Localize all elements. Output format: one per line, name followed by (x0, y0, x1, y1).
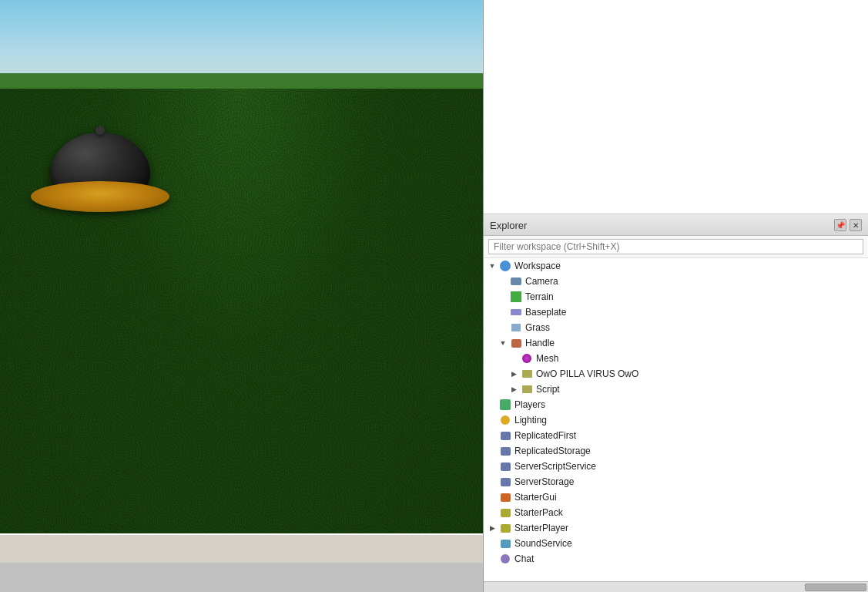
pin-button[interactable]: 📌 (834, 219, 846, 231)
handle-arrow[interactable] (498, 338, 508, 348)
scrollbar-thumb[interactable] (805, 584, 866, 591)
tree-item-serverscriptservice[interactable]: ServerScriptService (484, 459, 868, 474)
soundservice-label: SoundService (514, 538, 572, 549)
explorer-header: Explorer 📌 ✕ (484, 214, 868, 236)
grass-icon (510, 321, 522, 334)
tree-item-script[interactable]: Script (484, 382, 868, 397)
starterplayer-label: StarterPlayer (514, 523, 568, 533)
owo-icon (521, 368, 533, 380)
players-label: Players (514, 399, 545, 410)
tree-item-terrain[interactable]: Terrain (484, 289, 868, 304)
starterplayer-arrow[interactable] (487, 523, 498, 533)
tree-item-startergui[interactable]: StarterGui (484, 489, 868, 505)
hat-object (23, 131, 177, 224)
handle-icon (510, 337, 522, 349)
tree-item-serverstorage[interactable]: ServerStorage (484, 474, 868, 489)
startergui-icon (499, 491, 511, 503)
players-icon (499, 399, 511, 411)
tree-item-mesh[interactable]: Mesh (484, 351, 868, 366)
script-icon (521, 383, 533, 395)
replicatedfirst-label: ReplicatedFirst (514, 430, 576, 441)
properties-area (484, 0, 868, 214)
baseplate-label: Baseplate (525, 307, 566, 318)
script-arrow[interactable] (508, 384, 519, 395)
explorer-panel: Explorer 📌 ✕ Workspace (484, 214, 868, 592)
chat-label: Chat (514, 553, 534, 564)
serverstorage-icon (499, 476, 511, 488)
filter-bar (484, 236, 868, 258)
replicatedfirst-icon (499, 429, 511, 442)
main-container: Explorer 📌 ✕ Workspace (0, 0, 868, 592)
camera-label: Camera (525, 276, 558, 287)
replicatedstorage-label: ReplicatedStorage (514, 446, 591, 456)
horizontal-scrollbar[interactable] (484, 581, 868, 592)
sky (0, 0, 483, 85)
chat-icon (499, 553, 511, 565)
explorer-title: Explorer (490, 220, 527, 231)
filter-input[interactable] (488, 239, 863, 254)
tree-item-baseplate[interactable]: Baseplate (484, 304, 868, 320)
tree-item-replicated-storage[interactable]: ReplicatedStorage (484, 443, 868, 459)
workspace-icon (499, 260, 511, 272)
tree-item-handle[interactable]: Handle (484, 335, 868, 351)
workspace-arrow[interactable] (487, 261, 498, 271)
tree-item-players[interactable]: Players (484, 397, 868, 412)
owo-label: OwO PILLA VIRUS OwO (536, 368, 638, 379)
viewport-bottom-bar (0, 533, 483, 563)
baseplate-icon (510, 306, 522, 318)
tree-item-starterpack[interactable]: StarterPack (484, 505, 868, 520)
tree-item-soundservice[interactable]: SoundService (484, 536, 868, 551)
serverscriptservice-icon (499, 460, 511, 473)
camera-icon (510, 275, 522, 288)
tree-item-replicated-first[interactable]: ReplicatedFirst (484, 428, 868, 443)
owo-arrow[interactable] (508, 368, 519, 379)
viewport-canvas[interactable] (0, 0, 483, 563)
viewport[interactable] (0, 0, 483, 592)
right-panel: Explorer 📌 ✕ Workspace (483, 0, 868, 592)
starterplayer-icon (499, 522, 511, 534)
tree-item-owo[interactable]: OwO PILLA VIRUS OwO (484, 366, 868, 382)
hat-knob (96, 126, 105, 135)
mesh-label: Mesh (536, 353, 558, 364)
tree-item-starterplayer[interactable]: StarterPlayer (484, 520, 868, 536)
starterpack-icon (499, 506, 511, 519)
workspace-label: Workspace (514, 261, 561, 271)
script-label: Script (536, 384, 560, 395)
lighting-label: Lighting (514, 415, 547, 426)
starterpack-label: StarterPack (514, 507, 563, 518)
hat-brim (31, 181, 169, 212)
handle-label: Handle (525, 338, 555, 348)
explorer-controls: 📌 ✕ (834, 219, 862, 231)
tree-container[interactable]: Workspace Camera Terrain (484, 258, 868, 581)
tree-item-workspace[interactable]: Workspace (484, 258, 868, 274)
tree-item-grass[interactable]: Grass (484, 320, 868, 335)
startergui-label: StarterGui (514, 492, 557, 503)
terrain-label: Terrain (525, 291, 554, 302)
close-button[interactable]: ✕ (850, 219, 862, 231)
lighting-icon (499, 414, 511, 426)
serverstorage-label: ServerStorage (514, 476, 574, 487)
serverscriptservice-label: ServerScriptService (514, 461, 596, 472)
tree-item-lighting[interactable]: Lighting (484, 412, 868, 428)
grass-label: Grass (525, 322, 550, 333)
mesh-icon (521, 352, 533, 365)
tree-item-camera[interactable]: Camera (484, 274, 868, 289)
tree-item-chat[interactable]: Chat (484, 551, 868, 567)
terrain-icon (510, 291, 522, 303)
replicatedstorage-icon (499, 445, 511, 457)
soundservice-icon (499, 537, 511, 550)
